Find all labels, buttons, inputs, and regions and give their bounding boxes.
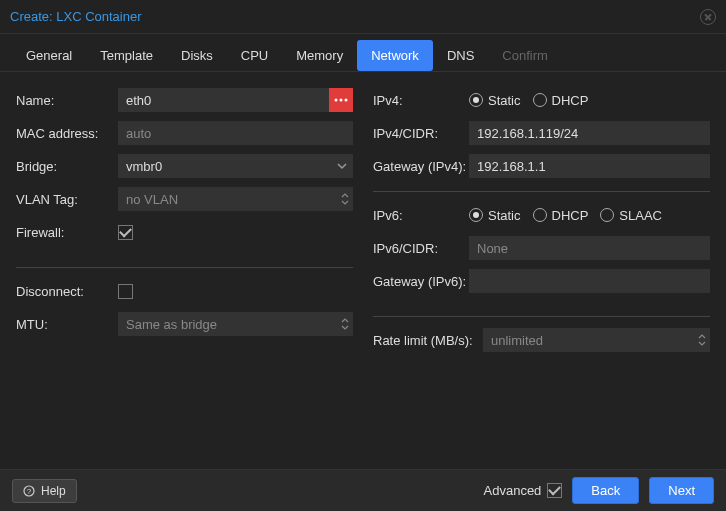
radio-label: DHCP [552,208,589,223]
tab-disks[interactable]: Disks [167,40,227,71]
advanced-label: Advanced [484,483,542,498]
rate-input[interactable] [483,328,710,352]
gw4-label: Gateway (IPv4): [373,159,469,174]
tab-cpu[interactable]: CPU [227,40,282,71]
back-button[interactable]: Back [572,477,639,504]
gw6-input[interactable] [469,269,710,293]
close-icon[interactable] [700,9,716,25]
help-label: Help [41,484,66,498]
ipv6-dhcp-radio[interactable]: DHCP [533,208,589,223]
name-input[interactable] [118,88,329,112]
dialog-title: Create: LXC Container [10,9,142,24]
mac-label: MAC address: [16,126,118,141]
ipv6cidr-input[interactable] [469,236,710,260]
disconnect-label: Disconnect: [16,284,118,299]
firewall-label: Firewall: [16,225,118,240]
radio-label: Static [488,208,521,223]
form-body: Name: MAC address: Bridge: [0,72,726,469]
ipv6-label: IPv6: [373,208,469,223]
ipv4-dhcp-radio[interactable]: DHCP [533,93,589,108]
separator [16,267,353,268]
next-button[interactable]: Next [649,477,714,504]
rate-label: Rate limit (MB/s): [373,333,483,348]
gw6-label: Gateway (IPv6): [373,274,469,289]
right-column: IPv4: Static DHCP IPv4/CIDR: Gateway (IP… [373,88,710,469]
left-column: Name: MAC address: Bridge: [16,88,353,469]
vlan-label: VLAN Tag: [16,192,118,207]
ellipsis-icon [334,98,348,102]
radio-label: Static [488,93,521,108]
disconnect-checkbox[interactable] [118,284,133,299]
bridge-label: Bridge: [16,159,118,174]
svg-point-2 [345,99,348,102]
ipv4cidr-input[interactable] [469,121,710,145]
help-button[interactable]: ? Help [12,479,77,503]
tab-memory[interactable]: Memory [282,40,357,71]
mtu-label: MTU: [16,317,118,332]
advanced-checkbox[interactable] [547,483,562,498]
ipv6-static-radio[interactable]: Static [469,208,521,223]
firewall-checkbox[interactable] [118,225,133,240]
advanced-toggle[interactable]: Advanced [484,483,563,498]
radio-label: SLAAC [619,208,662,223]
svg-point-0 [335,99,338,102]
tab-network[interactable]: Network [357,40,433,71]
tab-general[interactable]: General [12,40,86,71]
svg-text:?: ? [27,487,32,496]
ipv4cidr-label: IPv4/CIDR: [373,126,469,141]
svg-point-1 [340,99,343,102]
dialog-window: Create: LXC Container General Template D… [0,0,726,511]
mac-input[interactable] [118,121,353,145]
footer: ? Help Advanced Back Next [0,469,726,511]
name-label: Name: [16,93,118,108]
bridge-select[interactable] [118,154,353,178]
mtu-input[interactable] [118,312,353,336]
separator [373,316,710,317]
ipv6cidr-label: IPv6/CIDR: [373,241,469,256]
radio-label: DHCP [552,93,589,108]
tab-confirm: Confirm [488,40,562,71]
ipv4-static-radio[interactable]: Static [469,93,521,108]
name-trigger-button[interactable] [329,88,353,112]
tab-template[interactable]: Template [86,40,167,71]
gw4-input[interactable] [469,154,710,178]
help-icon: ? [23,485,35,497]
ipv6-slaac-radio[interactable]: SLAAC [600,208,662,223]
ipv4-label: IPv4: [373,93,469,108]
titlebar: Create: LXC Container [0,0,726,34]
separator [373,191,710,192]
tab-dns[interactable]: DNS [433,40,488,71]
vlan-input[interactable] [118,187,353,211]
tab-bar: General Template Disks CPU Memory Networ… [0,34,726,72]
